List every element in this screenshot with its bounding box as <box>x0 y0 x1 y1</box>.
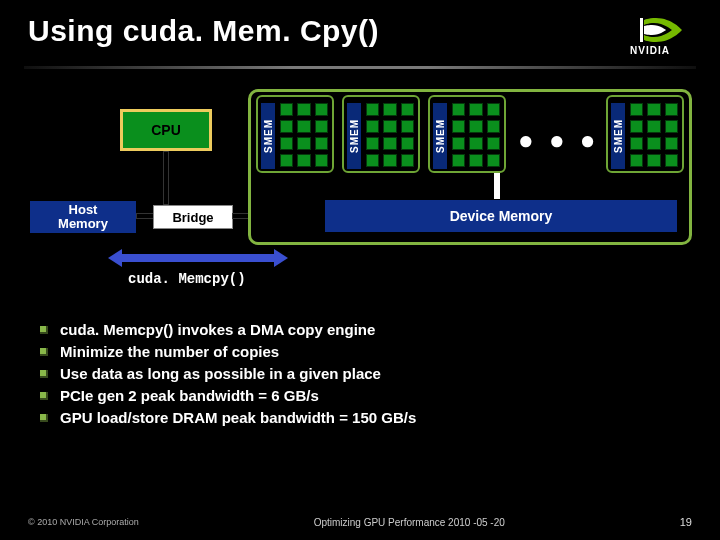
sm-block: SMEM <box>342 95 420 173</box>
page-title: Using cuda. Mem. Cpy() <box>28 14 379 48</box>
cores-grid <box>452 103 500 167</box>
footer: © 2010 NVIDIA Corporation Optimizing GPU… <box>0 516 720 528</box>
cores-grid <box>630 103 678 167</box>
bus-sm-devmem <box>494 173 500 199</box>
list-item: cuda. Memcpy() invokes a DMA copy engine <box>40 321 680 338</box>
smem-label: SMEM <box>433 103 447 169</box>
nvidia-logo: NVIDIA <box>622 16 690 56</box>
footer-center: Optimizing GPU Performance 2010 -05 -20 <box>314 517 505 528</box>
list-item: Use data as long as possible in a given … <box>40 365 680 382</box>
function-label: cuda. Memcpy() <box>128 271 246 287</box>
title-bar: Using cuda. Mem. Cpy() NVIDIA <box>0 0 720 62</box>
architecture-diagram: CPU Host Memory Bridge PCIe SMEM SMEM <box>28 89 692 299</box>
smem-label: SMEM <box>611 103 625 169</box>
bullet-list: cuda. Memcpy() invokes a DMA copy engine… <box>40 321 680 426</box>
bus-cpu-bridge <box>163 151 169 205</box>
list-item: GPU load/store DRAM peak bandwidth = 150… <box>40 409 680 426</box>
sm-block: SMEM <box>256 95 334 173</box>
nvidia-eye-icon: NVIDIA <box>622 16 690 56</box>
bridge-box: Bridge <box>153 205 233 229</box>
list-item: Minimize the number of copies <box>40 343 680 360</box>
list-item: PCIe gen 2 peak bandwidth = 6 GB/s <box>40 387 680 404</box>
double-arrow-icon <box>108 249 288 267</box>
device-memory-box: Device Memory <box>324 199 678 233</box>
logo-text: NVIDIA <box>630 45 670 56</box>
smem-label: SMEM <box>347 103 361 169</box>
smem-label: SMEM <box>261 103 275 169</box>
sm-block: SMEM <box>428 95 506 173</box>
host-memory-box: Host Memory <box>28 199 138 235</box>
svg-rect-1 <box>640 18 643 42</box>
copyright-text: © 2010 NVIDIA Corporation <box>28 517 139 527</box>
cores-grid <box>280 103 328 167</box>
page-number: 19 <box>680 516 692 528</box>
slide: Using cuda. Mem. Cpy() NVIDIA CPU Host M… <box>0 0 720 540</box>
bus-host-bridge <box>136 213 154 219</box>
cpu-box: CPU <box>120 109 212 151</box>
cores-grid <box>366 103 414 167</box>
sm-block: SMEM <box>606 95 684 173</box>
divider <box>24 66 696 69</box>
